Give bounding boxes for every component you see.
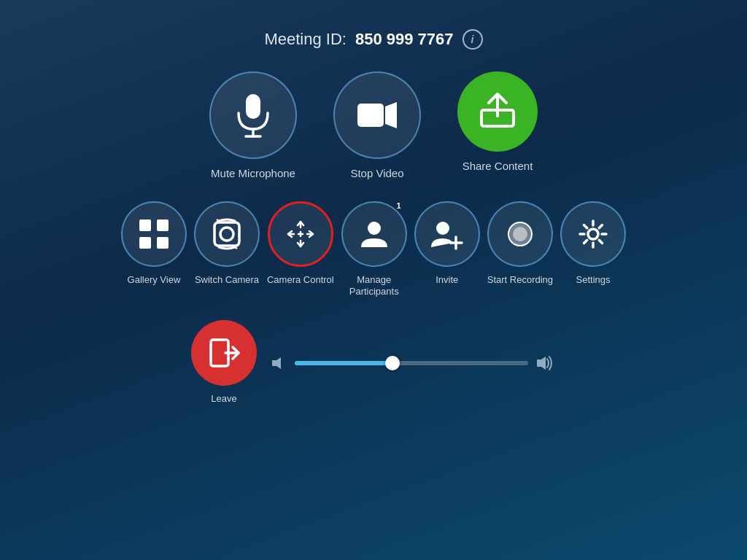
svg-point-14 [368, 222, 381, 235]
share-content-label: Share Content [462, 159, 533, 174]
meeting-id-label: Meeting ID: [264, 30, 347, 49]
volume-low-icon [271, 355, 287, 371]
gear-icon [576, 217, 611, 252]
invite-label: Invite [436, 274, 458, 287]
volume-fill [295, 361, 392, 365]
gallery-view-circle [121, 201, 187, 267]
info-icon[interactable]: i [462, 29, 483, 50]
leave-label: Leave [211, 393, 236, 405]
stop-video-label: Stop Video [350, 166, 403, 181]
svg-line-27 [599, 225, 602, 228]
settings-circle [560, 201, 626, 267]
invite-icon [430, 218, 465, 250]
camera-control-icon [282, 216, 319, 252]
svg-marker-4 [385, 102, 397, 128]
secondary-controls-row: Gallery View Switch Camera [121, 201, 626, 299]
svg-point-19 [513, 227, 527, 241]
header: Meeting ID: 850 999 7767 i [264, 29, 482, 50]
switch-camera-icon [209, 218, 245, 250]
stop-video-circle [333, 71, 421, 159]
svg-rect-32 [537, 359, 541, 367]
volume-slider[interactable] [295, 361, 528, 365]
svg-point-11 [220, 228, 233, 241]
manage-participants-button[interactable]: 1 ManageParticipants [341, 201, 407, 299]
leave-circle [191, 320, 257, 386]
leave-section: Leave [191, 320, 257, 405]
stop-video-button[interactable]: Stop Video [333, 71, 421, 181]
participants-icon [358, 218, 390, 250]
svg-point-15 [436, 222, 449, 235]
svg-line-25 [584, 225, 587, 228]
svg-rect-0 [246, 94, 260, 119]
volume-high-icon [535, 353, 556, 373]
gallery-icon [138, 218, 170, 250]
start-recording-circle [487, 201, 553, 267]
svg-rect-10 [157, 237, 169, 249]
share-content-button[interactable]: Share Content [457, 71, 538, 174]
mute-microphone-label: Mute Microphone [211, 166, 295, 181]
settings-button[interactable]: Settings [560, 201, 626, 287]
settings-label: Settings [576, 274, 611, 287]
main-controls-row: Mute Microphone Stop Video Share Content [209, 71, 538, 181]
record-icon [503, 217, 538, 252]
camera-control-circle [268, 201, 333, 267]
invite-button[interactable]: Invite [414, 201, 480, 287]
manage-participants-circle: 1 [341, 201, 407, 267]
start-recording-label: Start Recording [487, 274, 553, 287]
switch-camera-button[interactable]: Switch Camera [194, 201, 260, 287]
share-icon [476, 90, 519, 133]
svg-rect-7 [139, 219, 151, 231]
manage-participants-label: ManageParticipants [349, 274, 399, 299]
leave-icon [208, 337, 240, 369]
microphone-icon [234, 93, 272, 138]
invite-circle [414, 201, 480, 267]
svg-rect-9 [139, 237, 151, 249]
mute-microphone-button[interactable]: Mute Microphone [209, 71, 297, 181]
video-icon [356, 99, 398, 131]
svg-line-28 [584, 240, 587, 243]
volume-area [271, 353, 556, 373]
meeting-id-value: 850 999 7767 [355, 30, 454, 49]
leave-button[interactable]: Leave [191, 320, 257, 405]
switch-camera-label: Switch Camera [195, 274, 259, 287]
leave-volume-row: Leave [191, 320, 556, 405]
svg-point-20 [588, 229, 598, 239]
mute-microphone-circle [209, 71, 297, 159]
switch-camera-circle [194, 201, 260, 267]
start-recording-button[interactable]: Start Recording [487, 201, 553, 287]
participant-badge: 1 [397, 201, 401, 210]
svg-line-26 [599, 240, 602, 243]
share-content-circle [457, 71, 538, 152]
camera-control-label: Camera Control [267, 274, 334, 287]
gallery-view-button[interactable]: Gallery View [121, 201, 187, 287]
svg-rect-31 [272, 360, 276, 366]
svg-rect-3 [357, 104, 384, 127]
volume-thumb[interactable] [385, 356, 400, 370]
volume-high-svg [535, 353, 556, 373]
svg-rect-8 [157, 219, 169, 231]
camera-control-button[interactable]: Camera Control [267, 201, 334, 287]
gallery-view-label: Gallery View [128, 274, 181, 287]
